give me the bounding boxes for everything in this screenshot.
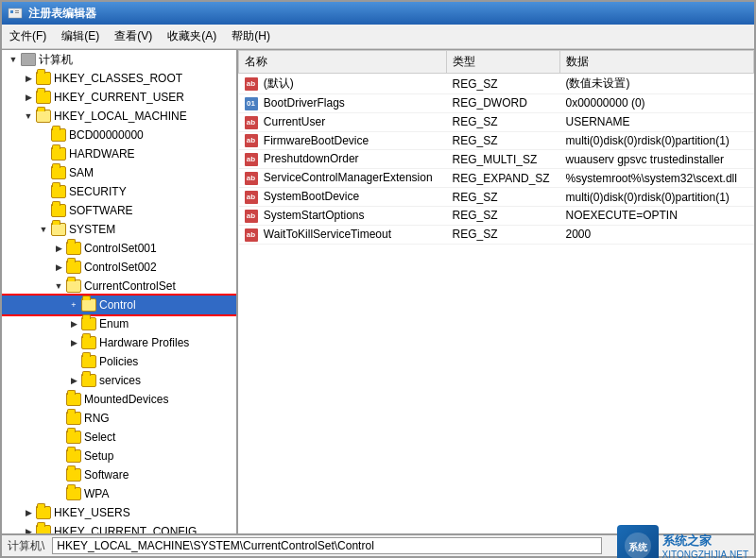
folder-icon-security <box>51 185 66 198</box>
computer-icon <box>21 53 36 66</box>
tree-label-sam: SAM <box>69 164 94 181</box>
menu-favorites[interactable]: 收藏夹(A) <box>160 26 224 46</box>
cell-type: REG_DWORD <box>447 94 560 113</box>
tree-item-local-machine[interactable]: ▼ HKEY_LOCAL_MACHINE <box>2 107 236 126</box>
tree-item-enum[interactable]: ▶ Enum <box>2 314 236 333</box>
folder-icon-mounteddevices <box>66 393 81 406</box>
tree-item-mounteddevices[interactable]: ▶ MountedDevices <box>2 390 236 409</box>
tree-item-currentcontrolset[interactable]: ▼ CurrentControlSet <box>2 277 236 296</box>
expand-hkey-current-config[interactable]: ▶ <box>21 524 36 533</box>
expand-current-user[interactable]: ▶ <box>21 90 36 105</box>
cell-name: ab FirmwareBootDevice <box>239 131 447 150</box>
table-row[interactable]: ab WaitToKillServiceTimeoutREG_SZ2000 <box>239 225 754 244</box>
folder-icon-classes-root <box>36 72 51 85</box>
tree-label-system: SYSTEM <box>69 221 115 238</box>
table-row[interactable]: ab SystemBootDeviceREG_SZmulti(0)disk(0)… <box>239 188 754 207</box>
folder-icon-hardware-profiles <box>81 336 96 349</box>
tree-item-hkey-users[interactable]: ▶ HKEY_USERS <box>2 503 236 522</box>
expand-controlset001[interactable]: ▶ <box>51 241 66 256</box>
expand-enum[interactable]: ▶ <box>66 316 81 331</box>
cell-name: ab CurrentUser <box>239 112 447 131</box>
tree-item-control[interactable]: + Control <box>2 296 236 314</box>
expand-local-machine[interactable]: ▼ <box>21 109 36 124</box>
tree-item-controlset001[interactable]: ▶ ControlSet001 <box>2 239 236 258</box>
tree-item-setup[interactable]: ▶ Setup <box>2 447 236 465</box>
cell-type: REG_EXPAND_SZ <box>447 169 560 188</box>
watermark-logo-svg: 系统 <box>623 531 653 558</box>
tree-item-wpa[interactable]: ▶ WPA <box>2 484 236 503</box>
watermark: 系统 系统之家 XITONGZHIJIA.NET <box>617 525 749 558</box>
folder-icon-bcd <box>51 128 66 142</box>
cell-data: multi(0)disk(0)rdisk(0)partition(1) <box>560 131 754 150</box>
cell-type: REG_SZ <box>447 206 560 225</box>
tree-item-hkey-current-config[interactable]: ▶ HKEY_CURRENT_CONFIG <box>2 522 236 533</box>
tree-item-classes-root[interactable]: ▶ HKEY_CLASSES_ROOT <box>2 69 236 88</box>
table-row[interactable]: ab CurrentUserREG_SZUSERNAME <box>239 112 754 131</box>
table-row[interactable]: ab FirmwareBootDeviceREG_SZmulti(0)disk(… <box>239 131 754 150</box>
reg-value-icon: ab <box>245 77 258 91</box>
tree-item-software2[interactable]: ▶ Software <box>2 465 236 484</box>
tree-label-software-hklm: SOFTWARE <box>69 202 133 219</box>
tree-item-rng[interactable]: ▶ RNG <box>2 409 236 428</box>
tree-item-computer[interactable]: ▼ 计算机 <box>2 50 236 69</box>
table-row[interactable]: ab (默认)REG_SZ(数值未设置) <box>239 74 754 94</box>
expand-currentcontrolset[interactable]: ▼ <box>51 279 66 294</box>
expand-services[interactable]: ▶ <box>66 373 81 388</box>
reg-value-icon: ab <box>245 228 258 242</box>
expand-controlset002[interactable]: ▶ <box>51 260 66 275</box>
tree-item-sam[interactable]: ▶ SAM <box>2 163 236 182</box>
expand-hkey-users[interactable]: ▶ <box>21 505 36 520</box>
tree-label-controlset001: ControlSet001 <box>84 240 157 257</box>
col-header-data: 数据 <box>560 51 754 74</box>
cell-data: NOEXECUTE=OPTIN <box>560 206 754 225</box>
tree-item-select[interactable]: ▶ Select <box>2 428 236 447</box>
status-bar: 计算机\ HKEY_LOCAL_MACHINE\SYSTEM\CurrentCo… <box>2 533 754 556</box>
expand-hardware-profiles[interactable]: ▶ <box>66 335 81 350</box>
tree-item-services[interactable]: ▶ services <box>2 371 236 390</box>
registry-table: 名称 类型 数据 ab (默认)REG_SZ(数值未设置)01 BootDriv… <box>238 50 754 245</box>
title-bar: 注册表编辑器 <box>2 2 754 25</box>
folder-icon-policies <box>81 355 96 368</box>
tree-item-security[interactable]: ▶ SECURITY <box>2 182 236 201</box>
table-row[interactable]: 01 BootDriverFlagsREG_DWORD0x00000000 (0… <box>239 94 754 113</box>
cell-name: ab WaitToKillServiceTimeout <box>239 225 447 244</box>
col-header-name: 名称 <box>239 51 447 74</box>
cell-data: USERNAME <box>560 112 754 131</box>
tree-item-current-user[interactable]: ▶ HKEY_CURRENT_USER <box>2 88 236 107</box>
tree-item-hardware[interactable]: ▶ HARDWARE <box>2 144 236 163</box>
folder-icon-hkey-current-config <box>36 525 51 533</box>
table-row[interactable]: ab ServiceControlManagerExtensionREG_EXP… <box>239 169 754 188</box>
table-row[interactable]: ab PreshutdownOrderREG_MULTI_SZwuauserv … <box>239 150 754 169</box>
tree-item-hardware-profiles[interactable]: ▶ Hardware Profiles <box>2 333 236 352</box>
folder-icon-setup <box>66 449 81 463</box>
folder-icon-select <box>66 431 81 444</box>
tree-item-bcd[interactable]: ▶ BCD00000000 <box>2 126 236 144</box>
menu-help[interactable]: 帮助(H) <box>224 26 278 46</box>
folder-icon-hardware <box>51 147 66 161</box>
expand-classes-root[interactable]: ▶ <box>21 71 36 86</box>
cell-data: 0x00000000 (0) <box>560 94 754 113</box>
cell-data: wuauserv gpsvc trustedinstaller <box>560 150 754 169</box>
cell-data: (数值未设置) <box>560 74 754 94</box>
tree-item-software-hklm[interactable]: ▶ SOFTWARE <box>2 201 236 220</box>
cell-name: ab PreshutdownOrder <box>239 150 447 169</box>
menu-view[interactable]: 查看(V) <box>107 26 160 46</box>
menu-file[interactable]: 文件(F) <box>2 26 54 46</box>
tree-label-hkey-current-config: HKEY_CURRENT_CONFIG <box>54 523 197 533</box>
expand-computer[interactable]: ▼ <box>6 52 21 67</box>
tree-label-policies: Policies <box>99 353 138 370</box>
reg-value-icon: ab <box>245 116 258 129</box>
svg-rect-2 <box>15 10 19 11</box>
reg-value-icon: ab <box>245 134 258 147</box>
svg-rect-1 <box>10 10 13 13</box>
tree-item-system[interactable]: ▼ SYSTEM <box>2 220 236 239</box>
tree-item-policies[interactable]: ▶ Policies <box>2 352 236 371</box>
folder-icon-controlset002 <box>66 261 81 274</box>
folder-icon-rng <box>66 412 81 425</box>
expand-control[interactable]: + <box>66 297 81 313</box>
tree-item-controlset002[interactable]: ▶ ControlSet002 <box>2 258 236 277</box>
table-row[interactable]: ab SystemStartOptionsREG_SZ NOEXECUTE=OP… <box>239 206 754 225</box>
expand-system[interactable]: ▼ <box>36 222 51 237</box>
cell-data: multi(0)disk(0)rdisk(0)partition(1) <box>560 188 754 207</box>
menu-edit[interactable]: 编辑(E) <box>54 26 107 46</box>
